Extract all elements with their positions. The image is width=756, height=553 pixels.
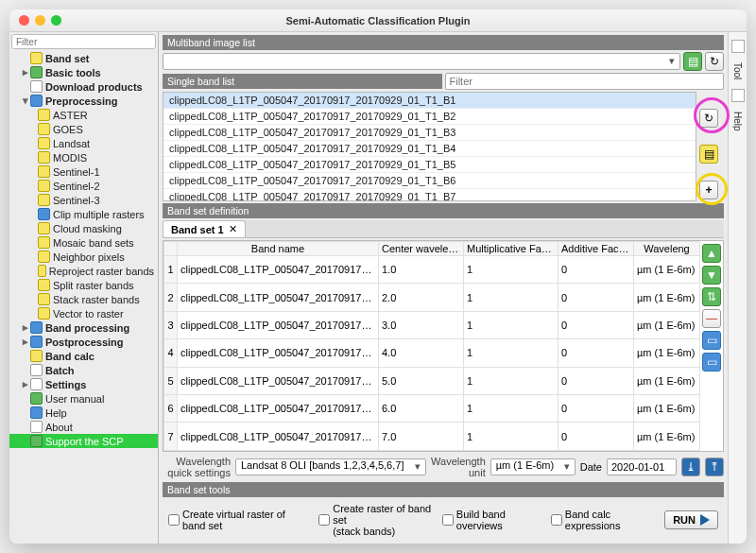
date-input[interactable] <box>607 458 677 475</box>
table-row[interactable]: 5clippedLC08_L1TP_005047_20170917_201709… <box>164 367 700 394</box>
tree-icon <box>30 80 43 93</box>
right-tabs: Tool Help <box>728 32 747 544</box>
refresh-multiband-button[interactable]: ↻ <box>705 52 724 71</box>
sidebar-item[interactable]: Mosaic band sets <box>9 235 158 250</box>
tree-icon <box>38 137 50 149</box>
table-row[interactable]: 2clippedLC08_L1TP_005047_20170917_201709… <box>164 284 700 311</box>
tree-icon <box>30 435 43 447</box>
tree-icon <box>30 350 43 362</box>
sidebar-item[interactable]: User manual <box>9 391 158 406</box>
sidebar-item[interactable]: ▾Preprocessing <box>9 94 158 108</box>
tree-icon <box>38 165 50 178</box>
tool-tab-icon[interactable] <box>731 40 745 53</box>
check-virtual-raster[interactable]: Create virtual raster of band set <box>168 509 309 531</box>
tree-icon <box>38 265 46 277</box>
tree-icon <box>38 180 50 192</box>
sidebar-item[interactable]: ▸Settings <box>9 377 158 391</box>
tool-tab[interactable]: Tool <box>732 62 743 79</box>
move-up-button[interactable]: ▲ <box>702 244 721 263</box>
table-row[interactable]: 4clippedLC08_L1TP_005047_20170917_201709… <box>164 339 700 367</box>
sidebar-item[interactable]: Sentinel-1 <box>9 164 158 179</box>
refresh-bandlist-button[interactable]: ↻ <box>699 109 718 128</box>
list-item[interactable]: clippedLC08_L1TP_005047_20170917_2017092… <box>163 93 696 109</box>
tree-icon <box>38 194 50 206</box>
window-title: Semi-Automatic Classification Plugin <box>9 15 747 26</box>
run-button[interactable]: RUN <box>664 510 718 529</box>
check-stack-bands[interactable]: Create raster of band set (stack bands) <box>318 503 433 537</box>
sidebar-item[interactable]: ▸Postprocessing <box>9 335 158 349</box>
select-all-button[interactable]: ▤ <box>699 145 718 164</box>
table-row[interactable]: 6clippedLC08_L1TP_005047_20170917_201709… <box>164 394 700 422</box>
tree-icon <box>38 251 50 263</box>
list-item[interactable]: clippedLC08_L1TP_005047_20170917_2017092… <box>163 157 696 173</box>
section-multiband: Multiband image list <box>163 35 724 50</box>
table-row[interactable]: 1clippedLC08_L1TP_005047_20170917_201709… <box>164 256 700 284</box>
table-row[interactable]: 3clippedLC08_L1TP_005047_20170917_201709… <box>164 311 700 338</box>
sidebar-item[interactable]: Batch <box>9 363 158 377</box>
sidebar-item[interactable]: Reproject raster bands <box>9 264 158 278</box>
wavelength-combo[interactable]: Landsat 8 OLI [bands 1,2,3,4,5,6,7] <box>235 458 426 475</box>
sidebar-item[interactable]: MODIS <box>9 150 158 164</box>
help-tab[interactable]: Help <box>732 112 743 131</box>
sidebar-item[interactable]: Neighbor pixels <box>9 250 158 264</box>
sort-button[interactable]: ⇅ <box>702 287 721 306</box>
help-tab-icon[interactable] <box>731 89 745 102</box>
close-tab-icon[interactable]: ✕ <box>229 223 237 235</box>
move-down-button[interactable]: ▼ <box>702 266 721 285</box>
bandset-table[interactable]: Band nameCenter wavelengthMultiplicative… <box>163 241 700 451</box>
sidebar-filter[interactable] <box>11 34 156 49</box>
sidebar-item[interactable]: Cloud masking <box>9 221 158 235</box>
check-band-calc[interactable]: Band calc expressions <box>551 509 655 531</box>
tab-bandset-1[interactable]: Band set 1 ✕ <box>163 220 246 237</box>
sidebar-item[interactable]: Sentinel-2 <box>9 179 158 193</box>
multiband-combo[interactable] <box>163 53 680 70</box>
sidebar-item[interactable]: Vector to raster <box>9 306 158 320</box>
sidebar-item[interactable]: Band calc <box>9 349 158 363</box>
sidebar-item[interactable]: ASTER <box>9 108 158 122</box>
sidebar-item[interactable]: Download products <box>9 79 158 94</box>
list-item[interactable]: clippedLC08_L1TP_005047_20170917_2017092… <box>163 125 696 141</box>
sidebar-item[interactable]: Stack raster bands <box>9 292 158 306</box>
sidebar-item[interactable]: Sentinel-3 <box>9 193 158 207</box>
sidebar-item[interactable]: About <box>9 420 158 434</box>
sidebar-item[interactable]: Clip multiple rasters <box>9 207 158 221</box>
list-item[interactable]: clippedLC08_L1TP_005047_20170917_2017092… <box>163 109 696 125</box>
sidebar-item[interactable]: ▸Basic tools <box>9 65 158 79</box>
list-item[interactable]: clippedLC08_L1TP_005047_20170917_2017092… <box>163 141 696 157</box>
sidebar-item[interactable]: GOES <box>9 122 158 136</box>
table-row[interactable]: 7clippedLC08_L1TP_005047_20170917_201709… <box>164 423 700 450</box>
sidebar-item[interactable]: ▸Band processing <box>9 320 158 335</box>
tree-icon <box>38 307 50 320</box>
tree-icon <box>38 222 50 234</box>
tree-icon <box>30 364 43 376</box>
sidebar-item[interactable]: Band set <box>9 51 158 65</box>
wavelength-unit-label: Wavelength unit <box>431 456 486 478</box>
duplicate-button[interactable]: ▭ <box>702 353 721 372</box>
check-overviews[interactable]: Build band overviews <box>442 509 541 531</box>
sidebar-item[interactable]: Support the SCP <box>9 434 158 448</box>
tree-icon <box>30 95 43 107</box>
tree-icon <box>30 321 43 334</box>
tree-icon <box>30 378 43 390</box>
remove-button[interactable]: — <box>702 309 721 328</box>
sidebar: Band set▸Basic toolsDownload products▾Pr… <box>9 32 159 544</box>
sidebar-item[interactable]: Landsat <box>9 136 158 150</box>
list-item[interactable]: clippedLC08_L1TP_005047_20170917_2017092… <box>163 189 696 201</box>
open-multiband-button[interactable]: ▤ <box>683 52 702 71</box>
clear-button[interactable]: ▭ <box>702 331 721 350</box>
tree-icon <box>30 52 43 64</box>
import-button[interactable]: ⤒ <box>705 458 724 476</box>
tree-icon <box>38 123 50 135</box>
add-band-button[interactable]: + <box>699 181 718 199</box>
tab-label: Band set 1 <box>171 224 224 235</box>
nav-tree: Band set▸Basic toolsDownload products▾Pr… <box>9 51 158 544</box>
sidebar-item[interactable]: Help <box>9 406 158 420</box>
tree-icon <box>30 66 43 78</box>
sidebar-item[interactable]: Split raster bands <box>9 278 158 292</box>
tree-icon <box>38 279 50 291</box>
singleband-filter[interactable] <box>445 73 725 90</box>
single-band-list[interactable]: clippedLC08_L1TP_005047_20170917_2017092… <box>163 92 696 201</box>
wavelength-unit-combo[interactable]: µm (1 E-6m) <box>490 458 576 475</box>
list-item[interactable]: clippedLC08_L1TP_005047_20170917_2017092… <box>163 173 696 189</box>
export-button[interactable]: ⤓ <box>681 458 700 476</box>
